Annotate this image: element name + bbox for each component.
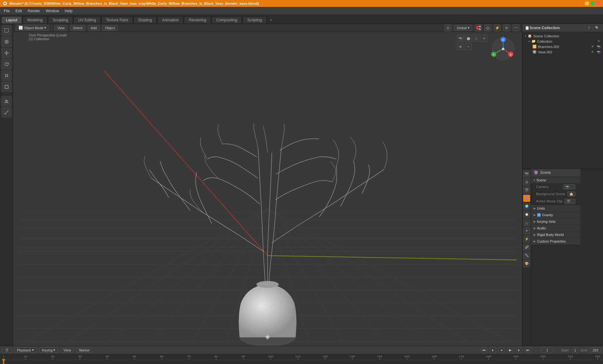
playback-menu[interactable]: Playback ▾ — [14, 347, 37, 353]
viewport-shading-rendered[interactable]: ☀ — [481, 35, 487, 42]
current-frame-input[interactable]: 1 — [541, 347, 554, 353]
jump-start-button[interactable]: ⏮ — [481, 347, 487, 353]
viewport-icon-proportional[interactable]: ⊙ — [444, 24, 451, 31]
outliner-item-scene-collection[interactable]: ▾ 🏠 Scene Collection — [522, 33, 603, 39]
right-combined-panel: 📋 Scene Collection ▽ 🔍 ▾ 🏠 Scene Collect… — [522, 24, 603, 346]
mode-dropdown[interactable]: ⬜ Object Mode ▾ — [16, 25, 49, 31]
render-icon2[interactable]: 📷 — [597, 50, 600, 54]
tab-layout[interactable]: Layout — [1, 16, 22, 24]
render-icon[interactable]: 📷 — [597, 45, 600, 48]
tab-uv-editing[interactable]: UV Editing — [73, 16, 101, 24]
play-reverse-button[interactable]: ◂ — [498, 347, 505, 353]
tab-compositing[interactable]: Compositing — [212, 16, 242, 24]
prop-tab-world[interactable]: 🌍 — [523, 203, 530, 210]
viewport[interactable]: ⬜ Object Mode ▾ View Select Add Object ⊙… — [13, 24, 522, 346]
prop-tab-physics[interactable]: ⚡ — [523, 235, 530, 243]
tab-sculpting[interactable]: Sculpting — [48, 16, 73, 24]
prop-tab-constraints[interactable]: 🔗 — [523, 244, 530, 251]
tool-transform[interactable] — [1, 82, 12, 92]
separator — [52, 25, 52, 31]
tool-scale[interactable] — [1, 70, 12, 81]
svg-text:50: 50 — [133, 355, 136, 358]
header-icon-5[interactable]: 〰 — [513, 24, 519, 31]
view-menu[interactable]: View — [54, 25, 68, 31]
prop-tab-output[interactable]: 🖨 — [523, 178, 530, 186]
prop-tab-view[interactable]: 🎬 — [523, 186, 530, 194]
section-units-header[interactable]: ▶ Units — [531, 205, 580, 211]
global-dropdown[interactable]: Global ▾ — [454, 25, 472, 31]
end-frame-value[interactable]: 250 — [590, 347, 600, 353]
visibility-icon2[interactable]: 👁 — [591, 45, 594, 48]
prop-tab-mesh[interactable]: △ — [523, 219, 530, 227]
overlay-toggle[interactable]: ⊞ — [457, 43, 464, 50]
section-scene-header[interactable]: ▾ Scene — [531, 177, 580, 183]
prop-tab-object[interactable]: 🔲 — [523, 211, 530, 218]
step-back-button[interactable]: ⏴ — [490, 347, 496, 353]
tool-move[interactable] — [1, 48, 12, 58]
bg-scene-value[interactable]: 🏠 — [567, 191, 575, 197]
tab-modeling[interactable]: Modeling — [23, 16, 47, 24]
xray-toggle[interactable]: ⚬ — [465, 43, 472, 50]
step-forward-button[interactable]: ⏵ — [516, 347, 522, 353]
minimize-button[interactable] — [585, 1, 589, 6]
proportional-toggle[interactable]: ◎ — [484, 24, 491, 31]
svg-marker-9 — [6, 54, 7, 55]
timeline-ruler[interactable]: 1 10 20 30 40 50 60 70 80 90 1 — [0, 354, 603, 364]
start-frame-value[interactable]: 1 — [572, 347, 578, 353]
tab-rendering[interactable]: Rendering — [184, 16, 211, 24]
outliner-item-collection[interactable]: ▾ 📁 Collection 👁 — [526, 39, 603, 44]
menu-window[interactable]: Window — [43, 8, 62, 14]
section-gravity-header[interactable]: ▶ ✓ Gravity — [531, 212, 580, 218]
tab-scripting[interactable]: Scripting — [242, 16, 267, 24]
navigation-gizmo[interactable]: Z X Y — [491, 36, 516, 62]
snap-toggle[interactable]: 🧲 — [475, 24, 482, 31]
header-icon-3[interactable]: ⚡ — [494, 24, 501, 31]
keying-menu[interactable]: Keying ▾ — [39, 347, 58, 353]
tool-rotate[interactable] — [1, 59, 12, 70]
outliner-search-icon[interactable]: 🔍 — [594, 24, 600, 31]
prop-tab-modifiers[interactable]: 🔧 — [523, 252, 530, 259]
tool-cursor[interactable] — [1, 36, 12, 47]
outliner-item-vase[interactable]: 🔘 Vase.002 👁 📷 — [530, 49, 603, 55]
section-custom-props-header[interactable]: ▶ Custom Properties — [531, 238, 580, 244]
tool-annotate[interactable] — [1, 96, 12, 106]
tab-animation[interactable]: Animation — [157, 16, 183, 24]
menu-file[interactable]: File — [1, 8, 12, 14]
prop-tab-scene[interactable]: 🔮 — [523, 195, 530, 202]
menu-edit[interactable]: Edit — [13, 8, 24, 14]
visibility-icon3[interactable]: 👁 — [591, 50, 594, 54]
tab-texture-paint[interactable]: Texture Paint — [101, 16, 133, 24]
outliner-item-branches[interactable]: 🔀 Branches.002 👁 📷 — [530, 44, 603, 49]
tool-measure[interactable] — [1, 107, 12, 118]
section-keying-sets-header[interactable]: ▶ Keying Sets — [531, 218, 580, 225]
header-icon-4[interactable]: ≋ — [503, 24, 510, 31]
prop-tab-render[interactable]: 📷 — [523, 170, 530, 178]
maximize-button[interactable] — [590, 1, 595, 6]
play-button[interactable]: ▶ — [507, 347, 513, 353]
view-menu-timeline[interactable]: View — [61, 348, 74, 353]
camera-value[interactable]: 📷 — [563, 184, 575, 190]
section-audio-header[interactable]: ▶ Audio — [531, 225, 580, 231]
object-menu[interactable]: Object — [102, 25, 118, 31]
close-button[interactable] — [596, 1, 600, 6]
movie-clip-value[interactable]: 🎬 — [564, 199, 575, 204]
properties-tabs: 📷 🖨 🎬 🔮 🌍 🔲 △ ✦ ⚡ 🔗 🔧 🎨 — [522, 169, 531, 346]
gravity-checkbox[interactable]: ✓ — [537, 213, 541, 217]
menu-help[interactable]: Help — [62, 8, 75, 14]
section-rigid-body-header[interactable]: ▶ Rigid Body World — [531, 232, 580, 238]
jump-end-button[interactable]: ⏭ — [525, 347, 531, 353]
add-menu[interactable]: Add — [88, 25, 100, 31]
tool-select-box[interactable] — [1, 25, 12, 36]
marker-menu[interactable]: Marker — [76, 348, 93, 353]
menu-render[interactable]: Render — [25, 8, 42, 14]
tab-shading[interactable]: Shading — [133, 16, 157, 24]
viewport-shading-solid[interactable]: ⬤ — [465, 35, 472, 42]
prop-tab-shader[interactable]: 🎨 — [523, 260, 530, 267]
visibility-icon[interactable]: 👁 — [597, 40, 600, 43]
select-menu[interactable]: Select — [70, 25, 85, 31]
outliner-filter-icon[interactable]: ▽ — [586, 24, 593, 31]
viewport-camera-icon[interactable]: 📷 — [457, 35, 464, 42]
add-workspace-button[interactable]: + — [267, 16, 275, 24]
viewport-shading-wire[interactable]: ◻ — [473, 35, 480, 42]
prop-tab-particles[interactable]: ✦ — [523, 227, 530, 235]
